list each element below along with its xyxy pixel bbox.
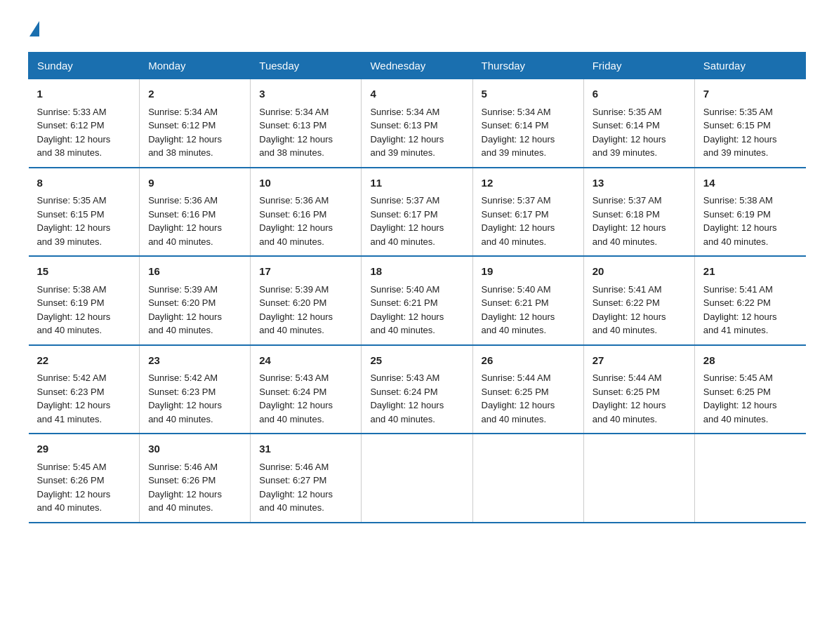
day-info: Sunrise: 5:39 AMSunset: 6:20 PMDaylight:… [259,283,352,337]
day-number: 7 [703,86,797,102]
day-info: Sunrise: 5:42 AMSunset: 6:23 PMDaylight:… [37,371,131,426]
week-row-1: 1Sunrise: 5:33 AMSunset: 6:12 PMDaylight… [29,79,806,168]
calendar-cell [694,434,805,523]
weekday-header-tuesday: Tuesday [251,53,362,79]
day-info: Sunrise: 5:38 AMSunset: 6:19 PMDaylight:… [37,283,131,337]
weekday-header-saturday: Saturday [694,53,805,79]
day-info: Sunrise: 5:39 AMSunset: 6:20 PMDaylight:… [148,283,241,337]
calendar-cell: 3Sunrise: 5:34 AMSunset: 6:13 PMDaylight… [251,79,362,168]
day-number: 29 [37,441,131,457]
calendar-cell: 19Sunrise: 5:40 AMSunset: 6:21 PMDayligh… [472,256,583,345]
day-number: 5 [482,86,575,102]
day-info: Sunrise: 5:37 AMSunset: 6:18 PMDaylight:… [593,194,686,248]
weekday-header-row: SundayMondayTuesdayWednesdayThursdayFrid… [29,53,806,79]
day-number: 15 [37,264,131,280]
day-info: Sunrise: 5:42 AMSunset: 6:23 PMDaylight:… [148,371,241,426]
day-number: 24 [259,353,352,369]
day-number: 31 [259,441,352,457]
calendar-cell: 4Sunrise: 5:34 AMSunset: 6:13 PMDaylight… [362,79,472,168]
day-info: Sunrise: 5:35 AMSunset: 6:15 PMDaylight:… [703,105,797,160]
day-info: Sunrise: 5:46 AMSunset: 6:26 PMDaylight:… [148,460,241,515]
calendar-cell: 13Sunrise: 5:37 AMSunset: 6:18 PMDayligh… [583,168,694,257]
day-info: Sunrise: 5:35 AMSunset: 6:15 PMDaylight:… [37,194,131,248]
calendar-cell: 27Sunrise: 5:44 AMSunset: 6:25 PMDayligh… [583,345,694,434]
day-number: 25 [370,353,463,369]
day-info: Sunrise: 5:36 AMSunset: 6:16 PMDaylight:… [259,194,352,248]
day-number: 10 [259,175,352,192]
day-info: Sunrise: 5:45 AMSunset: 6:25 PMDaylight:… [703,371,797,426]
day-number: 3 [259,86,352,102]
day-info: Sunrise: 5:41 AMSunset: 6:22 PMDaylight:… [593,283,686,337]
calendar-cell: 28Sunrise: 5:45 AMSunset: 6:25 PMDayligh… [694,345,805,434]
day-number: 14 [703,175,797,192]
calendar-cell: 16Sunrise: 5:39 AMSunset: 6:20 PMDayligh… [140,256,251,345]
weekday-header-sunday: Sunday [29,53,140,79]
day-number: 17 [259,264,352,280]
day-info: Sunrise: 5:37 AMSunset: 6:17 PMDaylight:… [482,194,575,248]
calendar-cell: 14Sunrise: 5:38 AMSunset: 6:19 PMDayligh… [694,168,805,257]
calendar-cell: 17Sunrise: 5:39 AMSunset: 6:20 PMDayligh… [251,256,362,345]
day-info: Sunrise: 5:41 AMSunset: 6:22 PMDaylight:… [703,283,797,337]
day-number: 11 [370,175,463,192]
day-number: 6 [593,86,686,102]
day-info: Sunrise: 5:44 AMSunset: 6:25 PMDaylight:… [482,371,575,426]
calendar-cell: 24Sunrise: 5:43 AMSunset: 6:24 PMDayligh… [251,345,362,434]
calendar-cell: 29Sunrise: 5:45 AMSunset: 6:26 PMDayligh… [29,434,140,523]
calendar-cell: 8Sunrise: 5:35 AMSunset: 6:15 PMDaylight… [29,168,140,257]
day-info: Sunrise: 5:38 AMSunset: 6:19 PMDaylight:… [703,194,797,248]
day-info: Sunrise: 5:34 AMSunset: 6:13 PMDaylight:… [370,105,463,160]
weekday-header-thursday: Thursday [472,53,583,79]
day-info: Sunrise: 5:35 AMSunset: 6:14 PMDaylight:… [593,105,686,160]
day-number: 16 [148,264,241,280]
calendar-cell: 26Sunrise: 5:44 AMSunset: 6:25 PMDayligh… [472,345,583,434]
calendar-cell: 15Sunrise: 5:38 AMSunset: 6:19 PMDayligh… [29,256,140,345]
day-number: 21 [703,264,797,280]
calendar-cell: 25Sunrise: 5:43 AMSunset: 6:24 PMDayligh… [362,345,472,434]
calendar-cell: 20Sunrise: 5:41 AMSunset: 6:22 PMDayligh… [583,256,694,345]
day-info: Sunrise: 5:43 AMSunset: 6:24 PMDaylight:… [259,371,352,426]
weekday-header-monday: Monday [140,53,251,79]
calendar-cell: 10Sunrise: 5:36 AMSunset: 6:16 PMDayligh… [251,168,362,257]
logo-top [28,21,39,38]
day-number: 12 [482,175,575,192]
calendar-cell: 12Sunrise: 5:37 AMSunset: 6:17 PMDayligh… [472,168,583,257]
day-number: 19 [482,264,575,280]
calendar-cell: 31Sunrise: 5:46 AMSunset: 6:27 PMDayligh… [251,434,362,523]
week-row-5: 29Sunrise: 5:45 AMSunset: 6:26 PMDayligh… [29,434,806,523]
day-info: Sunrise: 5:37 AMSunset: 6:17 PMDaylight:… [370,194,463,248]
day-number: 13 [593,175,686,192]
calendar-cell: 1Sunrise: 5:33 AMSunset: 6:12 PMDaylight… [29,79,140,168]
calendar-cell: 7Sunrise: 5:35 AMSunset: 6:15 PMDaylight… [694,79,805,168]
day-info: Sunrise: 5:34 AMSunset: 6:14 PMDaylight:… [482,105,575,160]
day-number: 26 [482,353,575,369]
calendar-cell: 9Sunrise: 5:36 AMSunset: 6:16 PMDaylight… [140,168,251,257]
weekday-header-friday: Friday [583,53,694,79]
calendar-cell [583,434,694,523]
calendar-cell: 30Sunrise: 5:46 AMSunset: 6:26 PMDayligh… [140,434,251,523]
calendar-cell: 5Sunrise: 5:34 AMSunset: 6:14 PMDaylight… [472,79,583,168]
calendar-cell: 21Sunrise: 5:41 AMSunset: 6:22 PMDayligh… [694,256,805,345]
week-row-3: 15Sunrise: 5:38 AMSunset: 6:19 PMDayligh… [29,256,806,345]
day-info: Sunrise: 5:33 AMSunset: 6:12 PMDaylight:… [37,105,131,160]
day-info: Sunrise: 5:44 AMSunset: 6:25 PMDaylight:… [593,371,686,426]
day-info: Sunrise: 5:36 AMSunset: 6:16 PMDaylight:… [148,194,241,248]
day-info: Sunrise: 5:40 AMSunset: 6:21 PMDaylight:… [370,283,463,337]
calendar-cell [472,434,583,523]
day-info: Sunrise: 5:43 AMSunset: 6:24 PMDaylight:… [370,371,463,426]
day-info: Sunrise: 5:40 AMSunset: 6:21 PMDaylight:… [482,283,575,337]
calendar-cell: 22Sunrise: 5:42 AMSunset: 6:23 PMDayligh… [29,345,140,434]
day-number: 9 [148,175,241,192]
day-number: 8 [37,175,131,192]
day-number: 30 [148,441,241,457]
day-number: 4 [370,86,463,102]
day-info: Sunrise: 5:45 AMSunset: 6:26 PMDaylight:… [37,460,131,515]
day-number: 1 [37,86,131,102]
calendar-cell [362,434,472,523]
calendar-cell: 18Sunrise: 5:40 AMSunset: 6:21 PMDayligh… [362,256,472,345]
week-row-4: 22Sunrise: 5:42 AMSunset: 6:23 PMDayligh… [29,345,806,434]
weekday-header-wednesday: Wednesday [362,53,472,79]
day-number: 18 [370,264,463,280]
calendar-cell: 23Sunrise: 5:42 AMSunset: 6:23 PMDayligh… [140,345,251,434]
week-row-2: 8Sunrise: 5:35 AMSunset: 6:15 PMDaylight… [29,168,806,257]
day-info: Sunrise: 5:46 AMSunset: 6:27 PMDaylight:… [259,460,352,515]
